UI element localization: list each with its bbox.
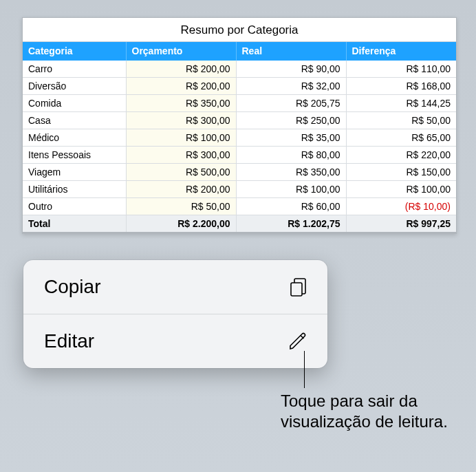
header-category: Categoria <box>23 42 126 61</box>
cell-category: Médico <box>23 129 126 147</box>
cell-diff: (R$ 10,00) <box>346 198 456 215</box>
cell-real: R$ 32,00 <box>236 78 346 95</box>
cell-budget: R$ 500,00 <box>126 164 236 181</box>
header-diff: Diferença <box>346 42 456 61</box>
context-menu: Copiar Editar <box>23 260 327 368</box>
cell-diff: R$ 144,25 <box>346 95 456 112</box>
cell-category: Viagem <box>23 164 126 181</box>
table-row: ViagemR$ 500,00R$ 350,00R$ 150,00 <box>23 164 456 181</box>
cell-diff: R$ 220,00 <box>346 147 456 164</box>
cell-diff: R$ 50,00 <box>346 112 456 129</box>
svg-rect-0 <box>291 283 302 296</box>
table-row: CasaR$ 300,00R$ 250,00R$ 50,00 <box>23 112 456 129</box>
cell-budget: R$ 300,00 <box>126 147 236 164</box>
callout-text: Toque para sair da visualização de leitu… <box>281 391 459 432</box>
cell-budget: R$ 200,00 <box>126 78 236 95</box>
cell-real: R$ 35,00 <box>236 129 346 147</box>
edit-button[interactable]: Editar <box>23 314 327 368</box>
copy-icon <box>286 275 310 299</box>
copy-button[interactable]: Copiar <box>23 260 327 314</box>
cell-budget: R$ 100,00 <box>126 129 236 147</box>
cell-category: Comida <box>23 95 126 112</box>
edit-label: Editar <box>44 330 94 352</box>
cell-category: Diversão <box>23 78 126 95</box>
table-header-row: Categoria Orçamento Real Diferença <box>23 42 456 61</box>
total-real: R$ 1.202,75 <box>236 215 346 233</box>
copy-label: Copiar <box>44 276 100 298</box>
cell-real: R$ 90,00 <box>236 61 346 78</box>
spreadsheet-table: Resumo por Categoria Categoria Orçamento… <box>22 17 457 234</box>
header-real: Real <box>236 42 346 61</box>
cell-category: Carro <box>23 61 126 78</box>
cell-category: Casa <box>23 112 126 129</box>
total-diff: R$ 997,25 <box>346 215 456 233</box>
cell-diff: R$ 168,00 <box>346 78 456 95</box>
pencil-icon <box>286 330 310 353</box>
total-label: Total <box>23 215 126 233</box>
cell-diff: R$ 150,00 <box>346 164 456 181</box>
category-summary-table: Categoria Orçamento Real Diferença Carro… <box>23 42 456 233</box>
table-row: ComidaR$ 350,00R$ 205,75R$ 144,25 <box>23 95 456 112</box>
cell-budget: R$ 50,00 <box>126 198 236 215</box>
cell-budget: R$ 200,00 <box>126 181 236 198</box>
cell-real: R$ 350,00 <box>236 164 346 181</box>
header-budget: Orçamento <box>126 42 236 61</box>
cell-diff: R$ 65,00 <box>346 129 456 147</box>
cell-category: Outro <box>23 198 126 215</box>
table-title: Resumo por Categoria <box>23 18 456 42</box>
cell-category: Utilitários <box>23 181 126 198</box>
cell-diff: R$ 100,00 <box>346 181 456 198</box>
table-row: UtilitáriosR$ 200,00R$ 100,00R$ 100,00 <box>23 181 456 198</box>
table-row: DiversãoR$ 200,00R$ 32,00R$ 168,00 <box>23 78 456 95</box>
cell-budget: R$ 200,00 <box>126 61 236 78</box>
cell-real: R$ 60,00 <box>236 198 346 215</box>
cell-real: R$ 100,00 <box>236 181 346 198</box>
table-row: Itens PessoaisR$ 300,00R$ 80,00R$ 220,00 <box>23 147 456 164</box>
total-budget: R$ 2.200,00 <box>126 215 236 233</box>
cell-budget: R$ 300,00 <box>126 112 236 129</box>
cell-real: R$ 250,00 <box>236 112 346 129</box>
callout-leader-line <box>304 351 305 388</box>
table-row: OutroR$ 50,00R$ 60,00(R$ 10,00) <box>23 198 456 215</box>
cell-real: R$ 205,75 <box>236 95 346 112</box>
table-row: CarroR$ 200,00R$ 90,00R$ 110,00 <box>23 61 456 78</box>
cell-diff: R$ 110,00 <box>346 61 456 78</box>
cell-category: Itens Pessoais <box>23 147 126 164</box>
cell-real: R$ 80,00 <box>236 147 346 164</box>
cell-budget: R$ 350,00 <box>126 95 236 112</box>
table-row: MédicoR$ 100,00R$ 35,00R$ 65,00 <box>23 129 456 147</box>
table-total-row: TotalR$ 2.200,00R$ 1.202,75R$ 997,25 <box>23 215 456 233</box>
